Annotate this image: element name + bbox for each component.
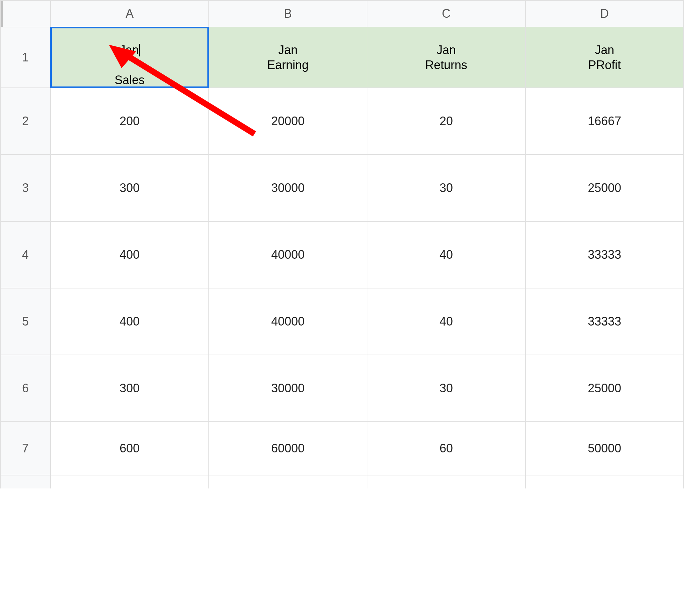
cell-C5[interactable]: 40 — [367, 288, 525, 355]
cell-B4[interactable]: 40000 — [209, 221, 367, 288]
column-header-B[interactable]: B — [209, 0, 367, 27]
row-header-2[interactable]: 2 — [0, 88, 50, 155]
cell-D8[interactable] — [525, 475, 684, 488]
column-header-C[interactable]: C — [367, 0, 525, 27]
cell-A5[interactable]: 400 — [50, 288, 209, 355]
cell-C7[interactable]: 60 — [367, 422, 525, 475]
cell-B5[interactable]: 40000 — [209, 288, 367, 355]
cell-B6[interactable]: 30000 — [209, 355, 367, 422]
select-all-corner[interactable] — [0, 0, 50, 27]
cell-D7[interactable]: 50000 — [525, 422, 684, 475]
row-header-1[interactable]: 1 — [0, 27, 50, 88]
cell-A3[interactable]: 300 — [50, 155, 209, 221]
text-cursor — [139, 44, 140, 57]
cell-D4[interactable]: 33333 — [525, 221, 684, 288]
cell-A1-text: Jan Sales — [114, 27, 145, 87]
cell-C1-text: JanReturns — [367, 42, 525, 72]
row-header-8[interactable] — [0, 475, 50, 488]
cell-D1-text: JanPRofit — [526, 42, 683, 72]
cell-A7[interactable]: 600 — [50, 422, 209, 475]
cell-A2[interactable]: 200 — [50, 88, 209, 155]
cell-A1[interactable]: Jan Sales — [50, 27, 209, 88]
cell-D1[interactable]: JanPRofit — [525, 27, 684, 88]
cell-A4[interactable]: 400 — [50, 221, 209, 288]
cell-B8[interactable] — [209, 475, 367, 488]
cell-B1-text: JanEarning — [209, 42, 367, 72]
cell-C4[interactable]: 40 — [367, 221, 525, 288]
column-header-A[interactable]: A — [50, 0, 209, 27]
cell-D3[interactable]: 25000 — [525, 155, 684, 221]
cell-C1[interactable]: JanReturns — [367, 27, 525, 88]
cell-D2[interactable]: 16667 — [525, 88, 684, 155]
row-header-7[interactable]: 7 — [0, 422, 50, 475]
cell-B3[interactable]: 30000 — [209, 155, 367, 221]
row-header-5[interactable]: 5 — [0, 288, 50, 355]
row-header-6[interactable]: 6 — [0, 355, 50, 422]
spreadsheet-grid[interactable]: A B C D 1 Jan Sales — [0, 0, 684, 488]
cell-D5[interactable]: 33333 — [525, 288, 684, 355]
cell-A6[interactable]: 300 — [50, 355, 209, 422]
row-header-4[interactable]: 4 — [0, 221, 50, 288]
cell-B1[interactable]: JanEarning — [209, 27, 367, 88]
cell-A8[interactable] — [50, 475, 209, 488]
cell-C6[interactable]: 30 — [367, 355, 525, 422]
cell-B2[interactable]: 20000 — [209, 88, 367, 155]
cell-B7[interactable]: 60000 — [209, 422, 367, 475]
row-header-3[interactable]: 3 — [0, 155, 50, 221]
cell-C2[interactable]: 20 — [367, 88, 525, 155]
cell-C8[interactable] — [367, 475, 525, 488]
cell-C3[interactable]: 30 — [367, 155, 525, 221]
column-header-D[interactable]: D — [525, 0, 684, 27]
cell-D6[interactable]: 25000 — [525, 355, 684, 422]
